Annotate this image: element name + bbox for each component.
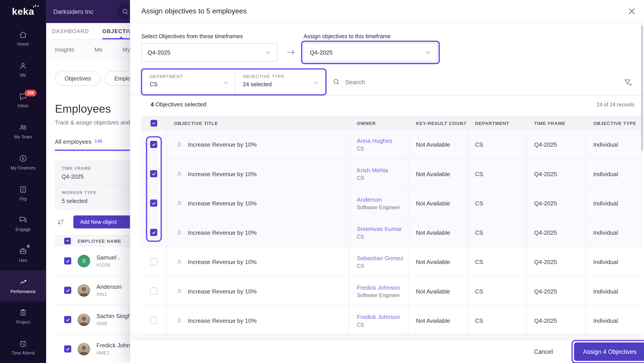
department-cell: CS <box>467 159 526 188</box>
sidebar-item-me[interactable]: Me <box>0 54 46 85</box>
scrollbar-thumb[interactable] <box>641 25 643 151</box>
sidebar-item-inbox[interactable]: Inbox 156 <box>0 85 46 116</box>
sidebar-item-org[interactable]: Org <box>0 177 46 208</box>
time-attend-icon <box>19 340 27 348</box>
sidebar-item-hire[interactable]: Hire <box>0 239 46 270</box>
to-timeframe-select[interactable]: Q4-2025 <box>304 43 438 62</box>
employee-id: #IN6 <box>96 321 131 326</box>
owner-role: CS <box>357 175 408 181</box>
avatar <box>78 284 90 296</box>
svg-text:$: $ <box>22 156 24 161</box>
sidebar-item-project[interactable]: Project <box>0 301 46 332</box>
objective-checkbox[interactable] <box>150 258 157 265</box>
owner-link[interactable]: Krish Mehta <box>357 167 408 173</box>
owner-link[interactable]: Anna Hughes <box>357 137 408 144</box>
objective-row: Increase Revenue by 10% Sebastian GomezC… <box>141 247 642 277</box>
owner-link[interactable]: Sebastian Gomez <box>357 255 408 261</box>
time-frame-cell: Q4-2025 <box>526 247 585 276</box>
objective-row: Increase Revenue by 10% Fredick JohnsonS… <box>141 277 642 306</box>
objective-row: Increase Revenue by 10% Sreenivas KumarC… <box>141 218 642 247</box>
sidebar-item-my-team[interactable]: My Team <box>0 116 46 147</box>
highlight-ring-assign-button: Assign 4 Objectives <box>571 340 644 363</box>
employee-checkbox[interactable] <box>64 316 71 323</box>
sidebar-item-label: Performance <box>10 289 36 294</box>
assign-objectives-button[interactable]: Assign 4 Objectives <box>574 342 644 361</box>
from-timeframe-select[interactable]: Q4-2025 <box>141 43 278 62</box>
objective-type-cell: Individual <box>586 306 642 335</box>
screen: Darksiders Inc DASHBOARD OBJECTIVES Insi… <box>0 0 644 363</box>
company-name: Darksiders Inc <box>53 8 94 15</box>
owner-link[interactable]: Fredick Johnson <box>357 284 408 291</box>
search-input[interactable] <box>345 78 619 85</box>
team-icon <box>19 123 27 132</box>
subtab-me[interactable]: Me <box>94 46 102 53</box>
time-frame-cell: Q4-2025 <box>526 277 585 306</box>
employee-count-badge: 148 <box>94 138 102 143</box>
objective-checkbox[interactable] <box>150 288 157 295</box>
person-icon <box>176 229 183 236</box>
finances-icon: $ <box>19 154 27 163</box>
sidebar-item-performance[interactable]: Performance <box>0 270 46 301</box>
objective-row: Increase Revenue by 10% Krish MehtaCS No… <box>141 159 642 189</box>
select-all-objectives-checkbox[interactable] <box>150 120 157 126</box>
sidebar-item-label: Time Attend <box>12 351 35 356</box>
stage: Darksiders Inc DASHBOARD OBJECTIVES Insi… <box>0 0 644 363</box>
sidebar-item-time-attend[interactable]: Time Attend <box>0 332 46 363</box>
column-owner: OWNER <box>349 117 408 129</box>
cancel-button[interactable]: Cancel <box>534 348 553 355</box>
owner-link[interactable]: Anderson <box>357 196 408 203</box>
objective-type-cell: Individual <box>586 159 642 188</box>
modal-footer: Cancel Assign 4 Objectives <box>130 340 644 363</box>
objectives-table: OBJECTIVE TITLE OWNER KEY-RESULT COUNT D… <box>141 116 642 335</box>
tab-all-employees[interactable]: All employees148 <box>55 138 132 150</box>
performance-icon <box>19 278 27 286</box>
objective-title: Increase Revenue by 10% <box>188 288 257 294</box>
owner-link[interactable]: Sreenivas Kumar <box>357 225 408 232</box>
engage-icon <box>19 216 27 224</box>
objective-checkbox[interactable] <box>150 229 157 236</box>
column-department: DEPARTMENT <box>467 117 526 129</box>
sidebar-item-label: Hire <box>19 258 27 263</box>
objective-checkbox[interactable] <box>150 141 157 148</box>
sidebar-item-home[interactable]: Home <box>0 23 46 54</box>
objective-checkbox[interactable] <box>150 200 157 207</box>
selected-label: Objectives selected <box>156 101 206 108</box>
subtab-insights[interactable]: Insights <box>55 46 74 53</box>
chevron-down-icon <box>264 49 271 56</box>
employee-checkbox[interactable] <box>64 345 71 353</box>
sidebar-item-my-finances[interactable]: $ My Finances <box>0 147 46 177</box>
view-objectives-button[interactable]: Objectives <box>55 71 100 86</box>
key-result-cell: Not Available <box>408 277 467 306</box>
select-all-employees-checkbox[interactable] <box>64 237 71 244</box>
close-icon[interactable] <box>626 6 637 17</box>
clear-filter-icon[interactable] <box>624 78 632 87</box>
owner-link[interactable]: Fredick Johnson <box>357 313 408 320</box>
modal-header: Assign objectives to 5 employees <box>130 0 644 23</box>
keka-logo: keka <box>0 0 46 23</box>
objective-type-cell: Individual <box>586 189 642 218</box>
department-filter[interactable]: DEPARTMENT CS <box>142 69 235 94</box>
sort-icon[interactable] <box>55 216 67 228</box>
employee-checkbox[interactable] <box>64 257 71 264</box>
objective-title: Increase Revenue by 10% <box>188 229 257 236</box>
avatar <box>78 343 90 355</box>
assign-objectives-modal: Assign objectives to 5 employees Select … <box>130 0 644 363</box>
hire-notification-dot <box>27 245 30 248</box>
tab-dashboard[interactable]: DASHBOARD <box>52 23 89 39</box>
owner-role: CS <box>357 234 408 239</box>
objective-checkbox[interactable] <box>150 317 157 324</box>
highlight-ring-to-timeframe: Q4-2025 <box>301 41 440 64</box>
modal-title: Assign objectives to 5 employees <box>141 7 247 16</box>
objective-type-filter[interactable]: OBJECTIVE TYPE 24 selected <box>235 69 325 94</box>
employee-checkbox[interactable] <box>64 287 71 294</box>
objective-checkbox[interactable] <box>150 170 157 177</box>
arrow-right-icon <box>286 47 296 58</box>
department-cell: CS <box>467 247 526 276</box>
sidebar-item-label: My Team <box>14 134 32 139</box>
sidebar-item-label: Engage <box>16 227 31 232</box>
objectives-table-header: OBJECTIVE TITLE OWNER KEY-RESULT COUNT D… <box>141 116 642 130</box>
sidebar-item-engage[interactable]: Engage <box>0 209 46 239</box>
from-timeframe-label: Select Objectives from these timeframes <box>141 33 243 39</box>
column-time-frame: TIME FRAME <box>526 117 585 129</box>
column-objective-title: OBJECTIVE TITLE <box>166 117 349 129</box>
